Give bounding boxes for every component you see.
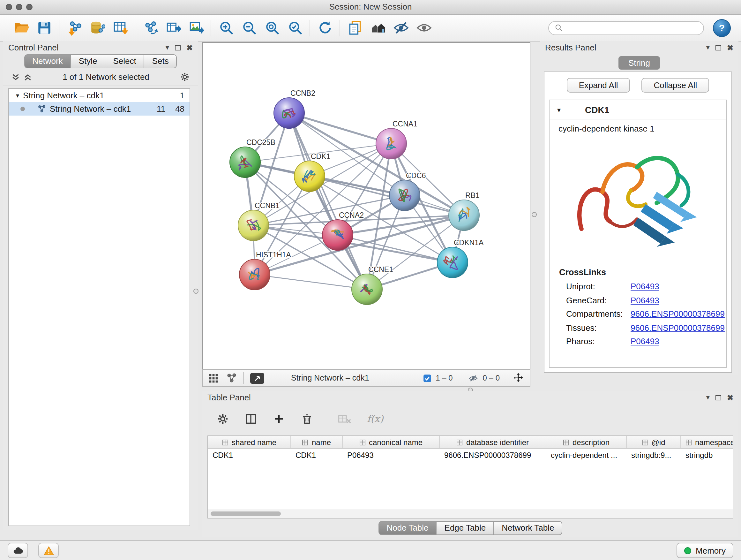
zoom-out-icon[interactable] — [240, 19, 258, 37]
network-canvas[interactable]: CCNB2CCNA1CDC25BCDK1CDC6RB1CCNB1CCNA2CDK… — [202, 42, 530, 370]
warnings-button[interactable] — [38, 543, 59, 558]
crosslink-value[interactable]: P06493 — [630, 282, 659, 291]
edge-CCNB2-CCNE1[interactable] — [289, 113, 367, 289]
tab-network[interactable]: Network — [24, 54, 71, 68]
splitter-knob-right[interactable] — [532, 212, 537, 217]
crosslink-row: GeneCard:P06493 — [549, 294, 726, 307]
column-header-canonical-name[interactable]: canonical name — [343, 436, 440, 448]
export-table-icon[interactable] — [164, 19, 182, 37]
save-session-icon[interactable] — [35, 19, 53, 37]
network-collection-row[interactable]: ▾ String Network – cdk1 1 — [9, 89, 190, 102]
panel-collapse-icon[interactable]: ▾ — [706, 44, 710, 51]
panel-float-icon[interactable] — [716, 45, 721, 50]
cloud-status-button[interactable] — [8, 543, 28, 558]
splitter-knob-left[interactable] — [193, 289, 199, 294]
function-builder-icon[interactable]: f(x) — [367, 413, 383, 424]
column-header-database-identifier[interactable]: database identifier — [440, 436, 546, 448]
export-network-icon[interactable] — [141, 19, 159, 37]
hide-selected-icon[interactable] — [392, 19, 410, 37]
search-box[interactable] — [548, 21, 704, 35]
panel-close-icon[interactable]: ✖ — [186, 44, 193, 51]
clone-network-icon[interactable] — [346, 19, 364, 37]
tab-select[interactable]: Select — [105, 54, 144, 68]
panel-float-icon[interactable] — [175, 45, 181, 50]
panel-collapse-icon[interactable]: ▾ — [165, 44, 169, 51]
edge-CCNB2-CCNA1[interactable] — [289, 113, 391, 144]
table-cell: cyclin-dependent ... — [546, 450, 627, 459]
panel-float-icon[interactable] — [716, 395, 721, 400]
delete-column-icon[interactable] — [300, 412, 313, 425]
maximize-window-icon[interactable] — [26, 4, 32, 10]
panel-close-icon[interactable]: ✖ — [727, 44, 733, 51]
zoom-selected-icon[interactable] — [286, 19, 304, 37]
expand-all-icon[interactable] — [23, 72, 32, 81]
first-neighbors-icon[interactable] — [369, 19, 387, 37]
tab-network-table[interactable]: Network Table — [493, 521, 562, 535]
open-session-icon[interactable] — [12, 19, 30, 37]
network-graph[interactable]: CCNB2CCNA1CDC25BCDK1CDC6RB1CCNB1CCNA2CDK… — [203, 43, 530, 368]
import-network-file-icon[interactable] — [65, 19, 83, 37]
network-node-CCNA1[interactable]: CCNA1 — [376, 120, 417, 159]
search-input[interactable] — [567, 23, 697, 33]
selected-nodes-icon[interactable] — [422, 373, 432, 383]
close-window-icon[interactable] — [6, 4, 12, 10]
tab-edge-table[interactable]: Edge Table — [436, 521, 494, 535]
tab-node-table[interactable]: Node Table — [378, 521, 436, 535]
collapse-all-button[interactable]: Collapse All — [642, 78, 710, 92]
edge-CCNE1-HIST1H1A[interactable] — [255, 274, 367, 289]
network-node-CCNB2[interactable]: CCNB2 — [274, 89, 315, 128]
table-settings-gear-icon[interactable] — [216, 412, 229, 425]
panel-close-icon[interactable]: ✖ — [727, 394, 733, 401]
table-row[interactable]: CDK1CDK1P064939606.ENSP00000378699cyclin… — [208, 449, 733, 461]
crosslink-value[interactable]: P06493 — [630, 336, 659, 346]
memory-button[interactable]: Memory — [677, 543, 733, 558]
zoom-in-icon[interactable] — [217, 19, 235, 37]
column-header-namespace[interactable]: namespace — [681, 436, 733, 448]
tab-sets[interactable]: Sets — [144, 54, 177, 68]
table-horizontal-scrollbar[interactable] — [208, 509, 733, 518]
crosslink-row: Tissues:9606.ENSP00000378699 — [549, 321, 726, 334]
column-header-description[interactable]: description — [546, 436, 627, 448]
column-header-@id[interactable]: @id — [627, 436, 681, 448]
tree-caret-icon[interactable]: ▾ — [16, 92, 19, 99]
column-header-name[interactable]: name — [291, 436, 343, 448]
create-column-icon[interactable] — [273, 412, 285, 425]
show-columns-icon[interactable] — [245, 412, 257, 425]
import-network-database-icon[interactable] — [88, 19, 106, 37]
tab-string[interactable]: String — [618, 56, 660, 70]
refresh-view-icon[interactable] — [316, 19, 334, 37]
network-row-selected[interactable]: String Network – cdk1 11 48 — [9, 102, 190, 116]
network-overview-icon[interactable] — [226, 373, 237, 383]
pan-mode-icon[interactable] — [513, 372, 524, 384]
tab-style[interactable]: Style — [71, 54, 106, 68]
detach-view-icon[interactable] — [250, 373, 264, 383]
column-header-shared-name[interactable]: shared name — [208, 436, 291, 448]
minimize-window-icon[interactable] — [16, 4, 22, 10]
zoom-fit-icon[interactable] — [263, 19, 281, 37]
network-selection-status: 1 of 1 Network selected — [32, 72, 179, 82]
crosslink-value[interactable]: P06493 — [630, 295, 659, 305]
protein-section-header[interactable]: ▾ CDK1 — [549, 100, 726, 119]
gear-icon[interactable] — [179, 71, 190, 82]
delete-table-icon[interactable] — [338, 412, 352, 425]
help-button[interactable]: ? — [713, 19, 731, 37]
memory-status-icon — [684, 547, 691, 554]
expand-all-button[interactable]: Expand All — [567, 78, 630, 92]
birds-eye-view-icon[interactable] — [209, 373, 218, 383]
import-table-icon[interactable] — [111, 19, 129, 37]
network-node-CDC25B[interactable]: CDC25B — [230, 138, 275, 178]
main-area: Control Panel ▾ ✖ NetworkStyleSelectSets… — [0, 41, 741, 540]
collapse-all-icon[interactable] — [11, 72, 20, 81]
panel-collapse-icon[interactable]: ▾ — [706, 394, 710, 401]
hidden-elements-icon[interactable] — [468, 373, 479, 383]
protein-symbol: CDK1 — [585, 105, 609, 115]
export-image-icon[interactable] — [187, 19, 205, 37]
network-node-RB1[interactable]: RB1 — [449, 191, 480, 231]
scrollbar-thumb[interactable] — [211, 511, 281, 516]
crosslink-value[interactable]: 9606.ENSP00000378699 — [630, 323, 725, 332]
network-node-HIST1H1A[interactable]: HIST1H1A — [239, 251, 291, 290]
section-caret-icon[interactable]: ▾ — [557, 106, 561, 114]
crosslink-value[interactable]: 9606.ENSP00000378699 — [630, 309, 725, 319]
show-all-icon[interactable] — [415, 19, 433, 37]
selection-count: 1 – 0 — [435, 374, 453, 382]
